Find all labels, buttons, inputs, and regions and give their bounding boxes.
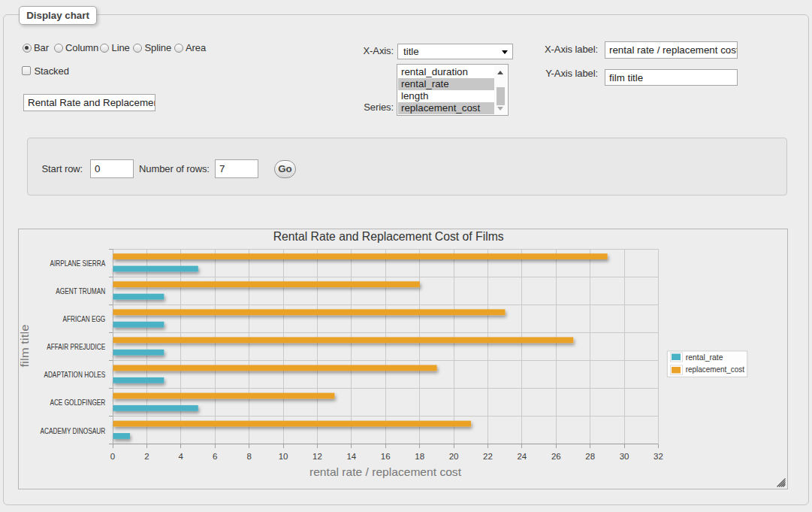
svg-text:rental_rate: rental_rate <box>686 353 723 362</box>
svg-text:26: 26 <box>551 452 561 461</box>
svg-text:12: 12 <box>312 452 322 461</box>
svg-text:24: 24 <box>517 452 527 461</box>
svg-text:8: 8 <box>246 452 251 461</box>
svg-text:AIRPLANE SIERRA: AIRPLANE SIERRA <box>50 259 105 268</box>
svg-text:28: 28 <box>585 452 595 461</box>
svg-text:20: 20 <box>449 452 459 461</box>
svg-text:30: 30 <box>620 452 629 461</box>
svg-text:film title: film title <box>19 325 31 368</box>
svg-text:0: 0 <box>110 452 115 461</box>
svg-text:32: 32 <box>654 452 663 461</box>
svg-text:22: 22 <box>483 452 493 461</box>
svg-text:replacement_cost: replacement_cost <box>686 365 744 374</box>
svg-text:AGENT TRUMAN: AGENT TRUMAN <box>56 287 105 295</box>
svg-text:ACADEMY DINOSAUR: ACADEMY DINOSAUR <box>41 427 106 435</box>
svg-text:Rental Rate and Replacement Co: Rental Rate and Replacement Cost of Film… <box>273 229 504 243</box>
svg-text:10: 10 <box>279 452 288 461</box>
svg-text:ACE GOLDFINGER: ACE GOLDFINGER <box>50 398 105 407</box>
svg-text:2: 2 <box>144 452 149 461</box>
svg-text:rental rate / replacement cost: rental rate / replacement cost <box>309 465 462 478</box>
svg-text:14: 14 <box>346 452 356 461</box>
svg-text:18: 18 <box>415 452 424 461</box>
svg-text:16: 16 <box>381 452 391 461</box>
svg-text:AFFAIR PREJUDICE: AFFAIR PREJUDICE <box>47 343 105 351</box>
svg-text:ADAPTATION HOLES: ADAPTATION HOLES <box>44 371 105 379</box>
svg-text:4: 4 <box>179 452 184 461</box>
svg-text:6: 6 <box>213 452 217 461</box>
svg-text:AFRICAN EGG: AFRICAN EGG <box>62 315 105 323</box>
